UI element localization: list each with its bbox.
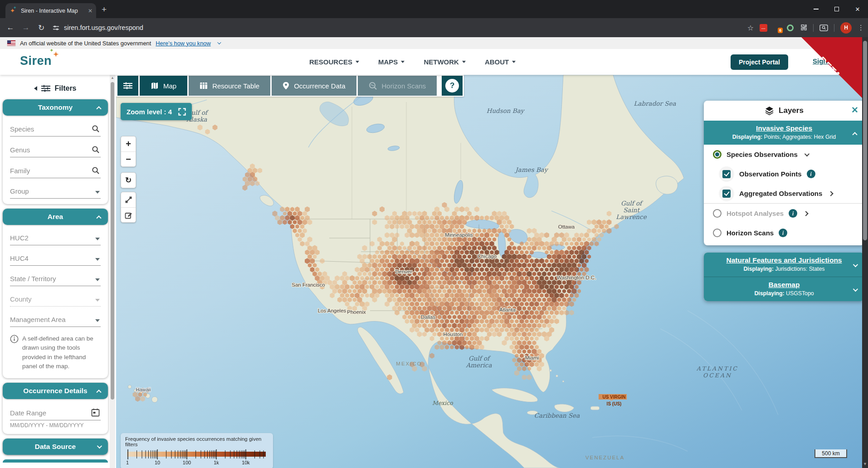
tab-search-icon[interactable] bbox=[819, 24, 828, 31]
calendar-icon[interactable] bbox=[91, 408, 100, 417]
page-scrollbar[interactable]: ▼ bbox=[862, 37, 868, 468]
displaying-label: Displaying: bbox=[754, 290, 784, 297]
date-range-field[interactable]: Date Range bbox=[10, 399, 101, 420]
basemap-section[interactable]: Basemap Displaying: USGSTopo bbox=[704, 277, 864, 301]
state-territory-select[interactable]: State / Territory bbox=[10, 266, 101, 286]
layers-card-secondary: Natural Features and Jurisdictions Displ… bbox=[704, 253, 864, 301]
hotspot-analyses-radio[interactable] bbox=[713, 209, 722, 218]
chevron-down-icon[interactable] bbox=[853, 262, 858, 267]
extension-red-icon[interactable]: ... bbox=[760, 24, 767, 32]
zoom-in-button[interactable]: + bbox=[121, 136, 136, 151]
filters-header[interactable]: Filters bbox=[2, 80, 109, 97]
close-icon[interactable]: ✕ bbox=[851, 105, 858, 115]
huc2-select[interactable]: HUC2 bbox=[10, 225, 101, 245]
horizon-scans-radio[interactable] bbox=[713, 229, 722, 237]
reload-icon[interactable]: ↻ bbox=[34, 23, 49, 33]
tab-close-icon[interactable]: ✕ bbox=[88, 8, 93, 14]
chevron-down-icon[interactable] bbox=[217, 40, 221, 44]
genus-search-field[interactable]: Genus bbox=[10, 136, 101, 157]
basemap-title[interactable]: Basemap bbox=[722, 281, 846, 289]
window-close-button[interactable]: ✕ bbox=[847, 0, 868, 18]
browser-tab-title: Siren - Interactive Map bbox=[21, 8, 84, 14]
window-minimize-button[interactable] bbox=[805, 0, 826, 18]
chevron-down-icon[interactable] bbox=[853, 287, 858, 292]
refresh-map-button[interactable]: ↻ bbox=[121, 173, 136, 188]
draw-edit-button[interactable] bbox=[121, 207, 136, 222]
toggle-filters-button[interactable] bbox=[117, 76, 138, 96]
observation-points-checkbox[interactable] bbox=[722, 170, 731, 178]
management-area-label: Management Area bbox=[10, 316, 66, 323]
scroll-up-arrow[interactable]: ▲ bbox=[111, 76, 114, 80]
reset-view-control: ↻ bbox=[121, 172, 136, 188]
chevron-right-icon[interactable] bbox=[829, 191, 834, 196]
scroll-down-arrow[interactable]: ▼ bbox=[863, 462, 867, 466]
svg-text:MEXICO: MEXICO bbox=[396, 361, 422, 366]
area-title: Area bbox=[48, 213, 63, 221]
toolbar-divider bbox=[834, 24, 834, 32]
tab-map[interactable]: Map bbox=[140, 76, 187, 96]
address-bar[interactable]: siren.fort.usgs.gov/respond bbox=[53, 24, 143, 31]
invasive-species-title[interactable]: Invasive Species bbox=[722, 124, 846, 132]
draw-line-button[interactable] bbox=[121, 192, 136, 207]
project-portal-button[interactable]: Project Portal bbox=[731, 54, 788, 70]
invasive-species-section[interactable]: Invasive Species Displaying: Points; Agg… bbox=[704, 121, 864, 145]
area-section-header[interactable]: Area bbox=[3, 209, 108, 225]
gov-banner-link[interactable]: Here’s how you know bbox=[156, 40, 210, 47]
aggregated-observations-row[interactable]: Aggregated Observations bbox=[704, 184, 864, 203]
species-observations-radio[interactable] bbox=[713, 150, 722, 159]
chevron-down-icon[interactable] bbox=[805, 151, 809, 156]
draw-line-icon bbox=[125, 196, 132, 204]
data-source-header[interactable]: Data Source bbox=[3, 439, 108, 455]
extension-green-icon[interactable] bbox=[787, 24, 794, 31]
occurrence-details-header[interactable]: Occurrence Details bbox=[3, 383, 108, 399]
site-settings-icon[interactable] bbox=[53, 24, 59, 31]
help-button[interactable]: ? bbox=[442, 76, 463, 96]
forward-icon[interactable]: → bbox=[18, 23, 34, 32]
window-maximize-button[interactable] bbox=[826, 0, 847, 18]
bookmark-star-icon[interactable]: ☆ bbox=[747, 24, 754, 32]
fullscreen-icon[interactable] bbox=[178, 108, 186, 116]
nav-maps[interactable]: MAPS bbox=[378, 58, 405, 66]
aggregated-observations-checkbox[interactable] bbox=[722, 190, 731, 198]
siren-logo[interactable]: Siren ✦ ✦ bbox=[20, 54, 52, 68]
nav-resources[interactable]: RESOURCES bbox=[309, 58, 359, 66]
tab-resource-table[interactable]: Resource Table bbox=[189, 76, 270, 96]
sidebar-scrollbar-thumb[interactable] bbox=[111, 82, 114, 400]
back-icon[interactable]: ← bbox=[3, 23, 18, 32]
nav-about[interactable]: ABOUT bbox=[485, 58, 516, 66]
nav-network[interactable]: NETWORK bbox=[424, 58, 466, 66]
natural-features-title[interactable]: Natural Features and Jurisdictions bbox=[722, 256, 846, 264]
url-text[interactable]: siren.fort.usgs.gov/respond bbox=[64, 24, 143, 31]
browser-tab[interactable]: ✦✦ Siren - Interactive Map ✕ bbox=[5, 3, 96, 18]
chevron-right-icon[interactable] bbox=[803, 211, 808, 216]
chevron-down-icon bbox=[97, 444, 102, 448]
tab-occurrence-data[interactable]: Occurrence Data bbox=[272, 76, 356, 96]
info-icon[interactable]: i bbox=[807, 170, 815, 178]
group-select[interactable]: Group bbox=[10, 178, 101, 199]
page-scrollbar-thumb[interactable] bbox=[863, 41, 867, 240]
browser-menu-icon[interactable]: ⋮ bbox=[858, 24, 864, 32]
huc4-select[interactable]: HUC4 bbox=[10, 245, 101, 266]
sign-in-link[interactable]: Sign In bbox=[813, 57, 835, 65]
new-tab-button[interactable]: + bbox=[102, 5, 107, 15]
hotspot-analyses-row[interactable]: Hotspot Analyses i bbox=[704, 204, 864, 223]
species-search-field[interactable]: Species bbox=[10, 116, 101, 136]
info-icon[interactable]: i bbox=[779, 229, 787, 237]
family-search-field[interactable]: Family bbox=[10, 157, 101, 178]
sidebar-scrollbar[interactable]: ▲ bbox=[110, 75, 115, 468]
taxonomy-section-header[interactable]: Taxonomy bbox=[3, 99, 108, 116]
chevron-up-icon[interactable] bbox=[852, 132, 857, 137]
profile-avatar[interactable]: H bbox=[840, 22, 852, 34]
zoom-out-button[interactable]: − bbox=[121, 151, 136, 166]
natural-features-section[interactable]: Natural Features and Jurisdictions Displ… bbox=[704, 253, 864, 277]
search-icon bbox=[92, 146, 100, 154]
extension-badged-icon[interactable]: 6 bbox=[773, 24, 781, 32]
extensions-puzzle-icon[interactable] bbox=[800, 24, 807, 32]
species-observations-row[interactable]: Species Observations bbox=[704, 145, 864, 164]
horizon-scans-row[interactable]: Horizon Scans i bbox=[704, 223, 864, 243]
map-pin-icon bbox=[283, 82, 289, 90]
collapse-sidebar-icon[interactable] bbox=[34, 86, 37, 91]
observation-points-row[interactable]: Observation Points i bbox=[704, 164, 864, 184]
management-area-select[interactable]: Management Area bbox=[10, 307, 101, 327]
info-icon[interactable]: i bbox=[789, 209, 797, 218]
